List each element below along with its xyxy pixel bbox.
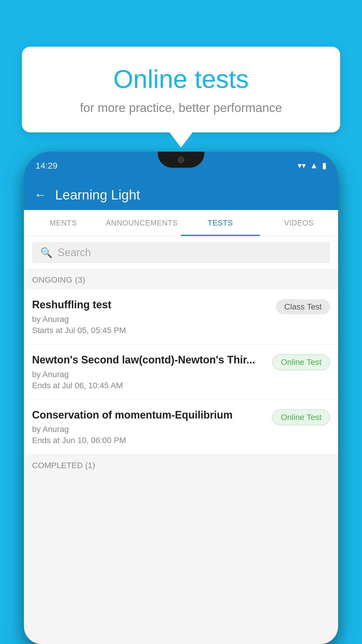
test-time-newtons: Ends at Jul 06, 10:45 AM [32, 381, 266, 390]
test-time-conservation: Ends at Jun 10, 06:00 PM [32, 436, 266, 445]
wifi-icon: ▾▾ [298, 161, 306, 170]
test-badge-newtons: Online Test [272, 354, 330, 370]
test-item-newtons[interactable]: Newton's Second law(contd)-Newton's Thir… [24, 344, 338, 399]
tab-announcements[interactable]: ANNOUNCEMENTS [103, 210, 181, 236]
test-by-conservation: by Anurag [32, 425, 266, 434]
tabs-bar: MENTS ANNOUNCEMENTS TESTS VIDEOS [24, 210, 338, 236]
bubble-title: Online tests [45, 64, 317, 94]
search-bar[interactable]: 🔍 Search [32, 242, 330, 263]
search-icon: 🔍 [40, 247, 52, 258]
speech-bubble: Online tests for more practice, better p… [22, 47, 340, 132]
app-header: ← Learning Light [24, 179, 338, 210]
tab-tests[interactable]: TESTS [181, 210, 260, 236]
app-title: Learning Light [55, 187, 140, 203]
test-badge-reshuffling: Class Test [276, 299, 330, 314]
completed-header-text: COMPLETED (1) [32, 461, 95, 470]
test-name-conservation: Conservation of momentum-Equilibrium [32, 408, 266, 422]
status-icons: ▾▾ ▲ ▮ [298, 161, 326, 170]
camera [178, 157, 184, 163]
search-container: 🔍 Search [24, 236, 338, 269]
phone-content: 🔍 Search ONGOING (3) Reshuffling test by… [24, 236, 338, 644]
ongoing-header-text: ONGOING (3) [32, 275, 85, 284]
test-by-newtons: by Anurag [32, 370, 266, 379]
signal-icon: ▲ [310, 161, 318, 170]
completed-section-header: COMPLETED (1) [24, 454, 338, 475]
test-item-conservation[interactable]: Conservation of momentum-Equilibrium by … [24, 400, 338, 454]
test-time-reshuffling: Starts at Jul 05, 05:45 PM [32, 326, 270, 335]
test-item-reshuffling[interactable]: Reshuffling test by Anurag Starts at Jul… [24, 289, 338, 344]
status-bar: 14:29 ▾▾ ▲ ▮ [24, 152, 338, 179]
test-name-newtons: Newton's Second law(contd)-Newton's Thir… [32, 353, 266, 367]
back-button[interactable]: ← [34, 188, 46, 202]
battery-icon: ▮ [322, 161, 326, 170]
status-time: 14:29 [36, 161, 57, 171]
test-info-newtons: Newton's Second law(contd)-Newton's Thir… [32, 353, 266, 390]
tab-videos[interactable]: VIDEOS [260, 210, 338, 236]
search-placeholder: Search [58, 246, 91, 259]
test-by-reshuffling: by Anurag [32, 315, 270, 324]
ongoing-section-header: ONGOING (3) [24, 269, 338, 289]
test-info-reshuffling: Reshuffling test by Anurag Starts at Jul… [32, 298, 270, 335]
bubble-subtitle: for more practice, better performance [45, 101, 317, 115]
tab-ments[interactable]: MENTS [24, 210, 103, 236]
phone-frame: 14:29 ▾▾ ▲ ▮ ← Learning Light MENTS ANNO… [24, 152, 338, 644]
phone-notch [158, 152, 204, 168]
test-name-reshuffling: Reshuffling test [32, 298, 270, 312]
test-badge-conservation: Online Test [272, 410, 330, 425]
test-info-conservation: Conservation of momentum-Equilibrium by … [32, 408, 266, 445]
